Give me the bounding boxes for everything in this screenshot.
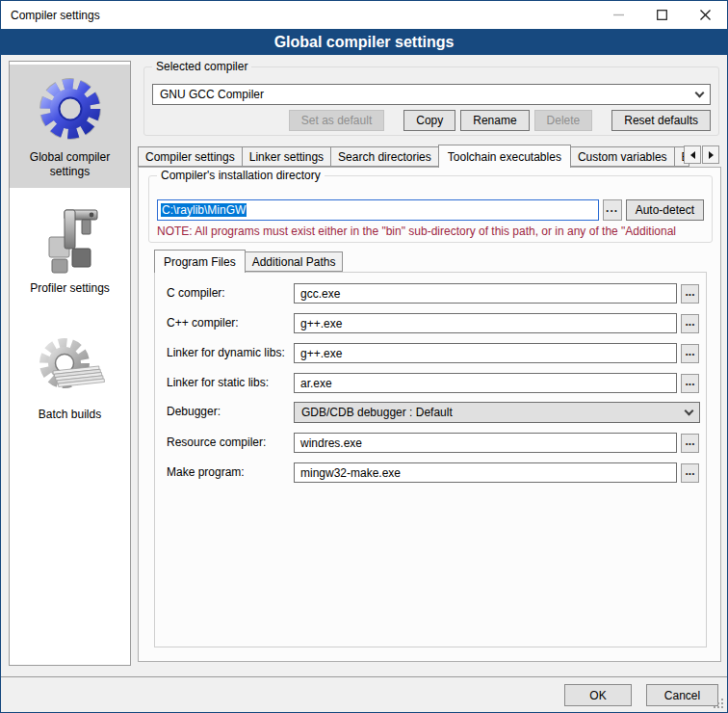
cpp-compiler-label: C++ compiler: — [167, 316, 239, 330]
page-title: Global compiler settings — [274, 34, 455, 51]
batch-builds-icon — [36, 336, 105, 404]
tab-program-files[interactable]: Program Files — [154, 250, 246, 273]
window-controls — [597, 1, 727, 29]
installation-directory-group: Compiler's installation directory C:\ray… — [148, 175, 713, 243]
dialog-header: Global compiler settings — [1, 29, 727, 55]
set-as-default-button: Set as default — [289, 110, 384, 131]
arrow-left-icon — [690, 151, 695, 159]
field-value: g++.exe — [300, 347, 342, 360]
field-row: C++ compiler: g++.exe ... — [167, 313, 698, 333]
close-button[interactable] — [684, 1, 727, 29]
selected-text: C:\raylib\MinGW — [161, 203, 247, 217]
chevron-down-icon — [685, 406, 694, 415]
sidebar-item-profiler-settings[interactable]: Profiler settings — [10, 192, 130, 304]
delete-button: Delete — [534, 110, 593, 131]
settings-category-list: Global compiler settings Profiler settin… — [9, 61, 131, 666]
static-linker-label: Linker for static libs: — [167, 376, 269, 389]
footer-separator — [1, 676, 728, 677]
sidebar-item-global-compiler-settings[interactable]: Global compiler settings — [10, 65, 130, 188]
compiler-settings-dialog: Compiler settings Global compiler settin… — [0, 0, 728, 713]
compiler-actions: Set as default Copy Rename Delete Reset … — [289, 110, 711, 131]
tab-toolchain-executables[interactable]: Toolchain executables — [438, 145, 571, 168]
program-tab-strip: Program Files Additional Paths — [154, 250, 342, 273]
installation-directory-input[interactable]: C:\raylib\MinGW — [157, 199, 599, 221]
cpp-compiler-browse-button[interactable]: ... — [681, 314, 699, 333]
tab-scroll-buttons — [684, 145, 719, 164]
maximize-icon — [657, 10, 667, 20]
bin-subdirectory-note: NOTE: All programs must exist either in … — [157, 224, 710, 238]
copy-button[interactable]: Copy — [403, 110, 455, 131]
resize-grip[interactable] — [712, 697, 723, 708]
maximize-button[interactable] — [640, 1, 684, 29]
field-value: gcc.exe — [300, 287, 340, 301]
field-row: Linker for dynamic libs: g++.exe ... — [167, 343, 698, 363]
make-program-input[interactable]: mingw32-make.exe — [294, 462, 677, 483]
field-row: Resource compiler: windres.exe ... — [167, 433, 698, 453]
rename-button[interactable]: Rename — [460, 110, 529, 131]
make-program-label: Make program: — [167, 465, 245, 479]
debugger-dropdown[interactable]: GDB/CDB debugger : Default — [294, 402, 700, 423]
field-row: Make program: mingw32-make.exe ... — [167, 462, 698, 483]
compiler-tab-strip: Compiler settings Linker settings Search… — [138, 145, 721, 168]
debugger-value: GDB/CDB debugger : Default — [301, 406, 453, 419]
title-bar: Compiler settings — [1, 1, 727, 29]
sidebar-item-label: Profiler settings — [12, 281, 128, 296]
minimize-icon — [613, 10, 624, 20]
field-value: g++.exe — [300, 317, 342, 330]
selected-compiler-dropdown[interactable]: GNU GCC Compiler — [152, 84, 711, 105]
chevron-down-icon — [695, 88, 705, 97]
static-linker-browse-button[interactable]: ... — [681, 374, 699, 393]
resource-compiler-browse-button[interactable]: ... — [681, 434, 699, 453]
window-title: Compiler settings — [1, 9, 100, 22]
debugger-label: Debugger: — [167, 405, 221, 418]
dynamic-linker-input[interactable]: g++.exe — [294, 343, 677, 363]
sidebar-item-label: Global compiler settings — [12, 150, 128, 179]
c-compiler-browse-button[interactable]: ... — [681, 284, 699, 304]
ok-button[interactable]: OK — [564, 684, 632, 706]
tab-linker-settings[interactable]: Linker settings — [242, 146, 331, 167]
group-label: Selected compiler — [152, 60, 251, 73]
make-program-browse-button[interactable]: ... — [681, 463, 699, 483]
close-icon — [700, 10, 711, 20]
dynamic-linker-label: Linker for dynamic libs: — [167, 346, 285, 359]
selected-compiler-group: Selected compiler GNU GCC Compiler Set a… — [143, 66, 719, 136]
tab-search-directories[interactable]: Search directories — [330, 146, 439, 167]
selected-compiler-value: GNU GCC Compiler — [160, 88, 264, 101]
c-compiler-input[interactable]: gcc.exe — [294, 283, 677, 304]
main-panel: Selected compiler GNU GCC Compiler Set a… — [138, 59, 721, 666]
tab-additional-paths[interactable]: Additional Paths — [245, 251, 344, 272]
tab-scroll-right-button[interactable] — [702, 145, 719, 164]
resource-compiler-input[interactable]: windres.exe — [294, 433, 677, 453]
cancel-button[interactable]: Cancel — [646, 684, 718, 706]
tab-custom-variables[interactable]: Custom variables — [570, 146, 675, 167]
field-row: C compiler: gcc.exe ... — [167, 283, 698, 304]
c-compiler-label: C compiler: — [167, 286, 225, 300]
sidebar-item-label: Batch builds — [12, 408, 128, 422]
profiler-caliper-icon — [36, 202, 105, 277]
minimize-button[interactable] — [597, 1, 640, 29]
field-value: ar.exe — [300, 377, 332, 390]
field-row: Debugger: GDB/CDB debugger : Default — [167, 402, 698, 422]
arrow-right-icon — [709, 151, 714, 159]
static-linker-input[interactable]: ar.exe — [294, 373, 677, 393]
tab-scroll-left-button[interactable] — [684, 145, 701, 164]
dynamic-linker-browse-button[interactable]: ... — [681, 344, 699, 363]
toolchain-executables-page: Compiler's installation directory C:\ray… — [138, 167, 721, 662]
installation-directory-row: C:\raylib\MinGW ... Auto-detect — [157, 199, 704, 221]
program-files-panel: C compiler: gcc.exe ... C++ compiler: g+… — [154, 272, 707, 647]
field-value: windres.exe — [300, 436, 362, 450]
field-row: Linker for static libs: ar.exe ... — [167, 373, 698, 393]
browse-directory-button[interactable]: ... — [603, 199, 622, 221]
auto-detect-button[interactable]: Auto-detect — [626, 199, 704, 221]
tab-compiler-settings[interactable]: Compiler settings — [138, 146, 243, 167]
group-label: Compiler's installation directory — [157, 169, 325, 182]
resource-compiler-label: Resource compiler: — [167, 436, 266, 449]
blue-gear-icon — [36, 75, 105, 146]
sidebar-item-batch-builds[interactable]: Batch builds — [10, 326, 130, 431]
field-value: mingw32-make.exe — [300, 466, 401, 480]
reset-defaults-button[interactable]: Reset defaults — [611, 110, 711, 131]
cpp-compiler-input[interactable]: g++.exe — [294, 313, 677, 333]
